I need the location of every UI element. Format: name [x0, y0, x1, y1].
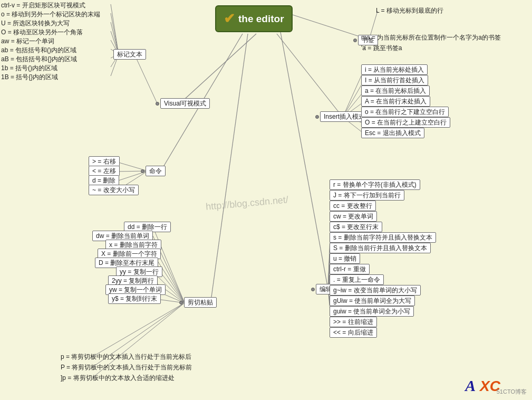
node-mark-text: 标记文本	[113, 50, 146, 59]
dot-visual	[156, 102, 159, 106]
svg-line-4	[279, 11, 369, 40]
node-u: u = 撤销	[330, 254, 360, 263]
node-S: S = 删除当前行并且插入替换文本	[330, 244, 431, 253]
bottom-logo: A XC	[465, 377, 500, 395]
node-command: 命令	[141, 167, 166, 176]
mind-map: ✔ the editor 书签 L = 移动光标到最底的行 ma = 为当前光标…	[0, 0, 532, 400]
node-giw: g~iw = 改变当前单词的大小写	[330, 286, 421, 295]
node-indent-in: >> = 往前缩进	[330, 318, 377, 327]
node-o-move: o = 移动到另外一个标记区块的末端	[1, 10, 100, 19]
node-o-corner: O = 移动至区块另外一个角落	[1, 28, 83, 37]
node-1b2: 1B = 括号{}内的区域	[1, 73, 58, 82]
node-esc: Esc = 退出插入模式	[361, 129, 424, 138]
node-A: A = 在当前行末处插入	[361, 97, 430, 106]
svg-line-7	[111, 4, 119, 54]
node-case: ~ = 改变大小写	[89, 186, 139, 195]
svg-line-32	[343, 70, 364, 117]
node-ma: ma = 为当前光标所在位置制作一个名字为a的书签	[361, 33, 501, 42]
node-ctrlv: ctrl-v = 开启矩形区块可视模式	[1, 1, 85, 10]
node-command-label: 命令	[146, 166, 166, 176]
node-u-upper: U = 所选区块转换为大写	[1, 19, 70, 28]
svg-line-8	[111, 13, 119, 54]
root-icon: ✔	[224, 11, 235, 27]
svg-line-29	[92, 303, 185, 357]
node-insert: Insert插入模式	[315, 112, 369, 121]
site-footer: 51CTO博客	[497, 388, 527, 396]
svg-line-2	[211, 34, 248, 301]
node-delete: d = 删除	[89, 176, 119, 185]
node-O-newline: O = 在当前行之上建立空白行	[361, 118, 450, 127]
node-gUiw: gUiw = 使当前单词全为大写	[330, 297, 415, 306]
dot-edit	[311, 288, 315, 291]
root-node: ✔ the editor	[215, 5, 293, 32]
node-visual: Visual可视模式	[156, 99, 210, 108]
node-cdollar: c$ = 更改至行末	[330, 223, 382, 232]
node-p: p = 将剪切板中的文本插入当行处于当前光标后	[61, 353, 191, 361]
node-ab: ab = 包括括号和()内的区域	[1, 46, 76, 55]
node-s: s = 删除当前字符并且插入替换文本	[330, 233, 436, 242]
node-dot: . = 重复上一命令	[330, 275, 384, 284]
node-ab2: aB = 包括括号和{}内的区域	[1, 55, 77, 64]
node-1b: 1b = 括号()内的区域	[1, 64, 57, 73]
node-jump-a: 'a = 跳至书签a	[361, 44, 402, 53]
node-r: r = 替换单个字符(非插入模式)	[330, 180, 420, 189]
node-aw: aw = 标记一个单词	[1, 37, 54, 46]
node-I: I = 从当前行首处插入	[361, 76, 428, 85]
watermark: http://blog.csdn.net/	[205, 194, 288, 213]
svg-line-5	[279, 26, 328, 289]
node-J: J = 将下一行加到当前行	[330, 191, 404, 200]
node-cut-paste-label: 剪切粘贴	[184, 297, 217, 308]
node-ydollar: y$ = 复制到行末	[108, 294, 161, 303]
node-a: a = 在当前光标后插入	[361, 87, 430, 96]
dot-bookmark	[353, 39, 357, 42]
svg-line-3	[277, 34, 343, 117]
node-guiw: guiw = 使当前单词全为小写	[330, 307, 414, 316]
dot-insert	[315, 115, 319, 119]
svg-line-6	[134, 54, 158, 106]
node-cw: cw = 更改单词	[330, 212, 377, 221]
node-P: P = 将剪切板中的文本插入当行处于当前光标前	[61, 363, 192, 372]
dot-cut-paste	[179, 301, 183, 304]
node-cut-paste: 剪切粘贴	[179, 298, 217, 307]
node-bracket-p: ]p = 将剪切板中的文本放入合适的缩进处	[61, 374, 175, 383]
svg-line-0	[179, 34, 256, 104]
node-left-move: < = 左移	[89, 167, 120, 176]
node-visual-label: Visual可视模式	[160, 98, 210, 109]
dot-command	[141, 169, 144, 173]
node-right-move: > = 右移	[89, 157, 120, 166]
node-i: i = 从当前光标处插入	[361, 65, 428, 74]
node-l-move: L = 移动光标到最底的行	[376, 6, 443, 15]
node-o-newline: o = 在当前行之下建立空白行	[361, 108, 449, 117]
node-indent-out: << = 向后缩进	[330, 328, 377, 337]
node-ctrl-r: ctrl-r = 重做	[330, 265, 370, 274]
node-cc: cc = 更改整行	[330, 202, 376, 211]
root-label: the editor	[238, 13, 284, 25]
